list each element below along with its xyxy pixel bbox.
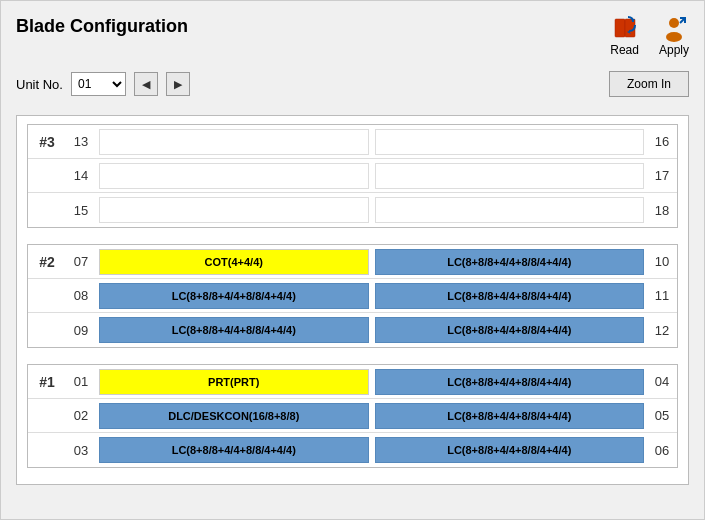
svg-point-5	[666, 32, 682, 42]
end-number: 04	[647, 374, 677, 389]
unit-select[interactable]: 01 02 03 04	[71, 72, 126, 96]
blade-cell-right[interactable]: LC(8+8/8+4/4+8/8/4+4/4)	[375, 317, 645, 343]
blade-cell-left	[99, 197, 369, 223]
blade-cell-left[interactable]: LC(8+8/8+4/4+8/8/4+4/4)	[99, 283, 369, 309]
slot-number: 07	[66, 254, 96, 269]
zoom-in-button[interactable]: Zoom In	[609, 71, 689, 97]
read-icon	[611, 15, 639, 43]
blade-cell-left	[99, 129, 369, 155]
blade-cell-left[interactable]: PRT(PRT)	[99, 369, 369, 395]
slot-number: 13	[66, 134, 96, 149]
slot-number: 09	[66, 323, 96, 338]
shelf-row: #101PRT(PRT)LC(8+8/8+4/4+8/8/4+4/4)04	[28, 365, 677, 399]
apply-label: Apply	[659, 43, 689, 57]
blade-cell-right	[375, 129, 645, 155]
blade-cell-right[interactable]: LC(8+8/8+4/4+8/8/4+4/4)	[375, 369, 645, 395]
controls-row: Unit No. 01 02 03 04 ◀ ▶ Zoom In	[16, 67, 689, 101]
end-number: 05	[647, 408, 677, 423]
blade-cell-right[interactable]: LC(8+8/8+4/4+8/8/4+4/4)	[375, 437, 645, 463]
prev-button[interactable]: ◀	[134, 72, 158, 96]
slot-number: 14	[66, 168, 96, 183]
read-button[interactable]: Read	[610, 15, 639, 57]
blade-cell-left[interactable]: DLC/DESKCON(16/8+8/8)	[99, 403, 369, 429]
blade-cell-left[interactable]: LC(8+8/8+4/4+8/8/4+4/4)	[99, 317, 369, 343]
shelf-3: #3131614171518	[27, 124, 678, 228]
shelf-label: #3	[28, 134, 66, 150]
blade-cell-left[interactable]: LC(8+8/8+4/4+8/8/4+4/4)	[99, 437, 369, 463]
shelf-label: #1	[28, 374, 66, 390]
end-number: 10	[647, 254, 677, 269]
blade-cell-left[interactable]: COT(4+4/4)	[99, 249, 369, 275]
end-number: 11	[647, 288, 677, 303]
shelf-row: 02DLC/DESKCON(16/8+8/8)LC(8+8/8+4/4+8/8/…	[28, 399, 677, 433]
shelf-1: #101PRT(PRT)LC(8+8/8+4/4+8/8/4+4/4)0402D…	[27, 364, 678, 468]
page-container: Blade Configuration Read	[0, 0, 705, 520]
shelf-row: #31316	[28, 125, 677, 159]
end-number: 18	[647, 203, 677, 218]
slot-number: 03	[66, 443, 96, 458]
slot-number: 15	[66, 203, 96, 218]
shelf-row: 03LC(8+8/8+4/4+8/8/4+4/4)LC(8+8/8+4/4+8/…	[28, 433, 677, 467]
header: Blade Configuration Read	[16, 11, 689, 57]
shelf-row: 1518	[28, 193, 677, 227]
toolbar: Read Apply	[610, 11, 689, 57]
slot-number: 08	[66, 288, 96, 303]
next-button[interactable]: ▶	[166, 72, 190, 96]
shelf-row: #207COT(4+4/4)LC(8+8/8+4/4+8/8/4+4/4)10	[28, 245, 677, 279]
apply-button[interactable]: Apply	[659, 15, 689, 57]
end-number: 16	[647, 134, 677, 149]
blade-cell-right	[375, 163, 645, 189]
end-number: 06	[647, 443, 677, 458]
shelf-row: 09LC(8+8/8+4/4+8/8/4+4/4)LC(8+8/8+4/4+8/…	[28, 313, 677, 347]
end-number: 12	[647, 323, 677, 338]
page-title: Blade Configuration	[16, 11, 188, 37]
blade-cell-right[interactable]: LC(8+8/8+4/4+8/8/4+4/4)	[375, 249, 645, 275]
slot-number: 02	[66, 408, 96, 423]
read-label: Read	[610, 43, 639, 57]
blade-grid: #3131614171518#207COT(4+4/4)LC(8+8/8+4/4…	[16, 115, 689, 485]
blade-cell-left	[99, 163, 369, 189]
shelf-label: #2	[28, 254, 66, 270]
unit-no-group: Unit No. 01 02 03 04 ◀ ▶	[16, 72, 190, 96]
shelf-row: 08LC(8+8/8+4/4+8/8/4+4/4)LC(8+8/8+4/4+8/…	[28, 279, 677, 313]
shelf-2: #207COT(4+4/4)LC(8+8/8+4/4+8/8/4+4/4)100…	[27, 244, 678, 348]
blade-cell-right[interactable]: LC(8+8/8+4/4+8/8/4+4/4)	[375, 403, 645, 429]
unit-label: Unit No.	[16, 77, 63, 92]
shelf-row: 1417	[28, 159, 677, 193]
svg-rect-0	[615, 19, 625, 37]
end-number: 17	[647, 168, 677, 183]
svg-point-4	[669, 18, 679, 28]
slot-number: 01	[66, 374, 96, 389]
blade-cell-right[interactable]: LC(8+8/8+4/4+8/8/4+4/4)	[375, 283, 645, 309]
blade-cell-right	[375, 197, 645, 223]
apply-icon	[660, 15, 688, 43]
